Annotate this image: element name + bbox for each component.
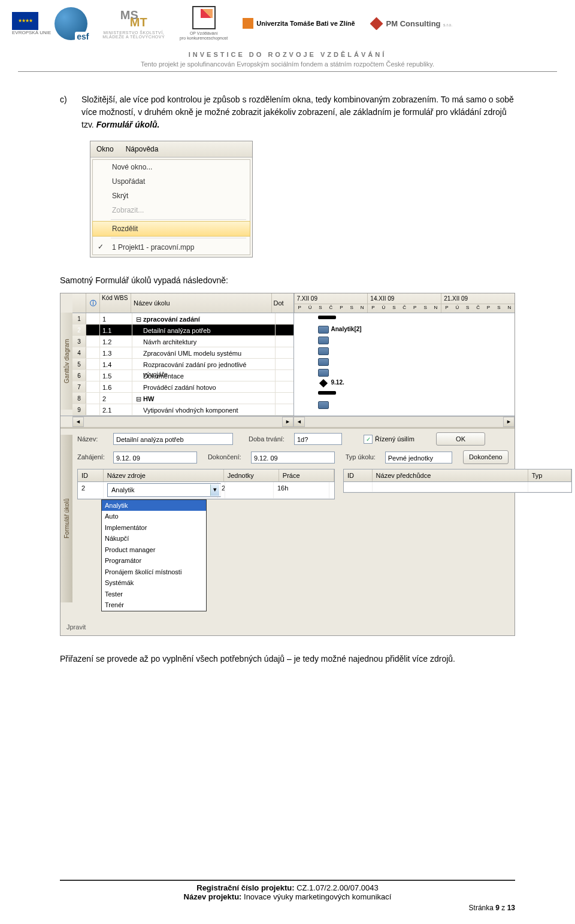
- cell-units[interactable]: 2: [218, 482, 274, 498]
- combo-option[interactable]: Pronájem školící místnosti: [102, 566, 206, 578]
- table-row[interactable]: 71.6Prováděcí zadání hotovo: [72, 381, 293, 393]
- form-side-label: Formulář úkolů: [60, 435, 72, 602]
- summary-bar: [318, 391, 336, 395]
- status-edit: Jpravit: [60, 619, 515, 636]
- scroll-right-icon[interactable]: ►: [282, 417, 293, 427]
- combo-option[interactable]: Trenér: [102, 599, 206, 611]
- msmt-icon: [120, 8, 147, 29]
- ok-button[interactable]: OK: [436, 432, 485, 446]
- cell-id: 2: [78, 482, 104, 498]
- para1-emph: Formulář úkolů.: [96, 120, 160, 129]
- table-row[interactable]: 92.1Vytipování vhodných komponent: [72, 404, 293, 416]
- task-bar[interactable]: [318, 337, 329, 344]
- milestone-icon[interactable]: [319, 379, 327, 387]
- label-name: Název:: [77, 434, 110, 444]
- input-duration[interactable]: 1d?: [294, 433, 342, 445]
- input-finish[interactable]: 9.12. 09: [251, 452, 335, 463]
- utb-icon: [243, 18, 253, 29]
- chevron-down-icon[interactable]: ▾: [210, 484, 219, 496]
- menu-item-arrange[interactable]: Uspořádat: [93, 174, 250, 189]
- esf-badge-icon: [55, 7, 87, 40]
- msmt-line1: MINISTERSTVO ŠKOLSTVÍ,: [102, 31, 165, 35]
- page-number: Stránka 9 z 13: [60, 904, 515, 912]
- task-bar[interactable]: [318, 347, 329, 355]
- menu-napoveda[interactable]: Nápověda: [120, 141, 165, 157]
- scroll-left-icon[interactable]: ◄: [72, 417, 84, 427]
- week-3: 21.XII 09: [441, 293, 515, 304]
- form-row-2: Zahájení: 9.12. 09 Dokončení: 9.12. 09 T…: [60, 447, 515, 465]
- table-row[interactable]: 61.5Dokumentace: [72, 370, 293, 381]
- resource-combo[interactable]: Analytik ▾: [107, 483, 221, 497]
- combo-option[interactable]: Systémák: [102, 577, 206, 589]
- combo-option[interactable]: Implementátor: [102, 522, 206, 534]
- week-1: 7.XII 09: [295, 293, 368, 304]
- input-name[interactable]: Detailní analýza potřeb: [113, 433, 233, 445]
- msmt-line2: MLÁDEŽE A TĚLOVÝCHOVY: [102, 35, 165, 39]
- footer-proj-value: Inovace výuky marketingových komunikací: [244, 892, 391, 901]
- menu-item-hide[interactable]: Skrýt: [93, 189, 250, 203]
- cell-work[interactable]: 16h: [274, 482, 329, 498]
- table-row[interactable]: [344, 482, 571, 492]
- table-row[interactable]: 41.3Zpracování UML modelu systému: [72, 347, 293, 359]
- resource-table: ID Název zdroje Jednotky Práce 2: [77, 469, 335, 499]
- paragraph-1: Složitější, ale více pod kontrolou je zp…: [81, 93, 515, 131]
- gantt-top: ⓘ Kód WBS Název úkolu Dot 11zpracování z…: [60, 293, 515, 416]
- footer-divider: [60, 880, 515, 881]
- combo-option[interactable]: Analytik: [102, 500, 206, 511]
- utb-text: Univerzita Tomáše Bati ve Zlíně: [256, 20, 355, 27]
- logo-esf: EVROPSKÁ UNIE: [12, 7, 87, 40]
- combo-option[interactable]: Programátor: [102, 555, 206, 566]
- investment-line: INVESTICE DO ROZVOJE VZDĚLÁVÁNÍ: [12, 51, 563, 58]
- h-scrollbar[interactable]: ◄► ◄►: [72, 416, 515, 427]
- table-row[interactable]: 2 Analytik ▾ 2: [78, 482, 334, 499]
- task-form: Formulář úkolů Název: Detailní analýza p…: [60, 427, 515, 619]
- check-icon: ✓: [98, 241, 104, 252]
- table-row[interactable]: 21.1Detailní analýza potřeb: [72, 325, 293, 336]
- th-type: Typ: [528, 469, 571, 482]
- eu-flag-icon: [12, 12, 38, 30]
- task-bar[interactable]: [318, 326, 329, 334]
- scroll-left-icon[interactable]: ◄: [293, 417, 305, 427]
- bullet-c: c): [60, 93, 71, 131]
- task-bar[interactable]: [318, 401, 329, 409]
- op-icon: [192, 6, 216, 29]
- combo-option[interactable]: Tester: [102, 589, 206, 600]
- week-2: 14.XII 09: [368, 293, 441, 304]
- done-button[interactable]: Dokončeno: [463, 450, 509, 464]
- select-type[interactable]: Pevné jednotky: [385, 452, 452, 463]
- table-row[interactable]: 31.2Návrh architektury: [72, 336, 293, 347]
- menu-okno[interactable]: Okno: [90, 141, 120, 157]
- logo-utb: Univerzita Tomáše Bati ve Zlíně: [243, 18, 355, 29]
- combo-option[interactable]: Product manager: [102, 544, 206, 556]
- checkbox-effort[interactable]: ✓: [364, 435, 373, 444]
- input-start[interactable]: 9.12. 09: [113, 452, 197, 463]
- gantt-bars: Analytik[2] 9.12.: [294, 313, 515, 410]
- combo-option[interactable]: Auto: [102, 511, 206, 522]
- th-units: Jednotky: [224, 469, 279, 482]
- op-line1: OP Vzdělávání: [180, 31, 228, 36]
- subtitle-line: Tento projekt je spolufinancován Evropsk…: [12, 60, 563, 68]
- scroll-right-icon[interactable]: ►: [503, 417, 515, 427]
- task-bar[interactable]: [318, 358, 329, 366]
- combo-option[interactable]: Nákupčí: [102, 533, 206, 544]
- predecessor-table: ID Název předchůdce Typ: [343, 469, 572, 493]
- pm-text: PM Consulting: [386, 19, 441, 28]
- footer-line-1: Registrační číslo projektu: CZ.1.07/2.2.…: [60, 883, 515, 892]
- table-row[interactable]: 51.4Rozpracování zadání pro jednotlivé v…: [72, 359, 293, 370]
- label-finish: Dokončení:: [208, 452, 247, 462]
- th-resname: Název zdroje: [104, 469, 224, 482]
- table-row[interactable]: 11zpracování zadání: [72, 313, 293, 325]
- logo-pm: PM Consulting s.r.o.: [370, 17, 453, 30]
- logo-row: EVROPSKÁ UNIE MINISTERSTVO ŠKOLSTVÍ, MLÁ…: [12, 6, 563, 41]
- task-bar[interactable]: [318, 369, 329, 377]
- menu-item-split[interactable]: Rozdělit: [92, 221, 250, 237]
- menu-item-new-window[interactable]: Nové okno...: [93, 160, 250, 174]
- header-divider: [18, 71, 557, 72]
- document-footer: Registrační číslo projektu: CZ.1.07/2.2.…: [0, 875, 575, 912]
- menu-item-project1[interactable]: ✓ 1 Projekt1 - pracovní.mpp: [93, 240, 250, 255]
- gantt-table: ⓘ Kód WBS Název úkolu Dot 11zpracování z…: [72, 293, 293, 416]
- label-duration: Doba trvání:: [249, 434, 290, 444]
- menubar: Okno Nápověda: [90, 141, 252, 157]
- table-row[interactable]: 82HW: [72, 393, 293, 404]
- cell-resname[interactable]: Analytik ▾: [104, 482, 218, 498]
